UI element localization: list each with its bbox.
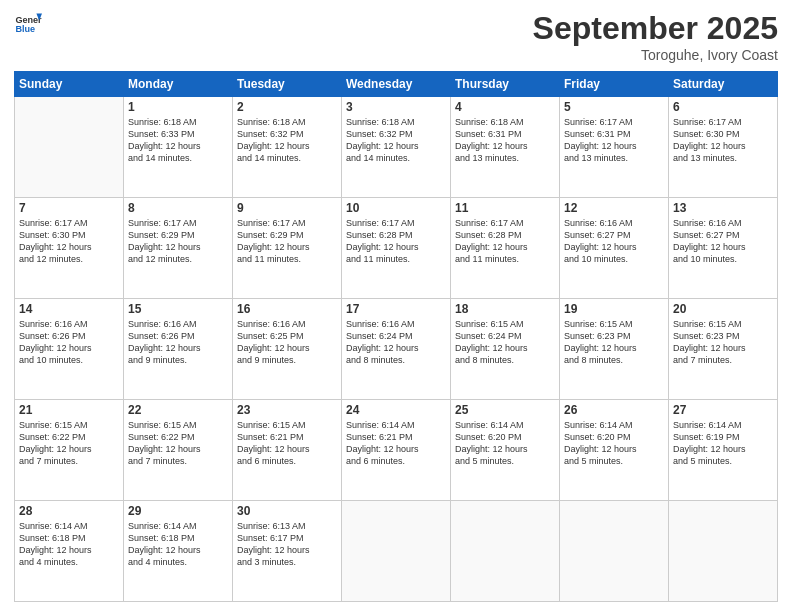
table-cell: 19Sunrise: 6:15 AM Sunset: 6:23 PM Dayli… — [560, 299, 669, 400]
header: General Blue September 2025 Toroguhe, Iv… — [14, 10, 778, 63]
day-info: Sunrise: 6:16 AM Sunset: 6:26 PM Dayligh… — [19, 318, 119, 367]
table-cell — [560, 501, 669, 602]
day-number: 14 — [19, 302, 119, 316]
day-number: 2 — [237, 100, 337, 114]
day-number: 8 — [128, 201, 228, 215]
table-cell: 17Sunrise: 6:16 AM Sunset: 6:24 PM Dayli… — [342, 299, 451, 400]
day-info: Sunrise: 6:15 AM Sunset: 6:21 PM Dayligh… — [237, 419, 337, 468]
table-cell — [451, 501, 560, 602]
logo-icon: General Blue — [14, 10, 42, 38]
day-number: 1 — [128, 100, 228, 114]
day-number: 20 — [673, 302, 773, 316]
day-number: 7 — [19, 201, 119, 215]
day-number: 19 — [564, 302, 664, 316]
day-info: Sunrise: 6:16 AM Sunset: 6:27 PM Dayligh… — [564, 217, 664, 266]
table-cell: 8Sunrise: 6:17 AM Sunset: 6:29 PM Daylig… — [124, 198, 233, 299]
table-cell: 21Sunrise: 6:15 AM Sunset: 6:22 PM Dayli… — [15, 400, 124, 501]
title-block: September 2025 Toroguhe, Ivory Coast — [533, 10, 778, 63]
table-cell: 24Sunrise: 6:14 AM Sunset: 6:21 PM Dayli… — [342, 400, 451, 501]
calendar-header-row: Sunday Monday Tuesday Wednesday Thursday… — [15, 72, 778, 97]
table-cell: 25Sunrise: 6:14 AM Sunset: 6:20 PM Dayli… — [451, 400, 560, 501]
day-number: 28 — [19, 504, 119, 518]
table-cell: 7Sunrise: 6:17 AM Sunset: 6:30 PM Daylig… — [15, 198, 124, 299]
day-info: Sunrise: 6:18 AM Sunset: 6:31 PM Dayligh… — [455, 116, 555, 165]
day-number: 15 — [128, 302, 228, 316]
day-number: 26 — [564, 403, 664, 417]
week-row-5: 28Sunrise: 6:14 AM Sunset: 6:18 PM Dayli… — [15, 501, 778, 602]
table-cell: 15Sunrise: 6:16 AM Sunset: 6:26 PM Dayli… — [124, 299, 233, 400]
day-number: 6 — [673, 100, 773, 114]
col-friday: Friday — [560, 72, 669, 97]
table-cell: 22Sunrise: 6:15 AM Sunset: 6:22 PM Dayli… — [124, 400, 233, 501]
col-sunday: Sunday — [15, 72, 124, 97]
day-info: Sunrise: 6:14 AM Sunset: 6:18 PM Dayligh… — [19, 520, 119, 569]
day-info: Sunrise: 6:16 AM Sunset: 6:25 PM Dayligh… — [237, 318, 337, 367]
table-cell: 6Sunrise: 6:17 AM Sunset: 6:30 PM Daylig… — [669, 97, 778, 198]
table-cell: 16Sunrise: 6:16 AM Sunset: 6:25 PM Dayli… — [233, 299, 342, 400]
day-info: Sunrise: 6:15 AM Sunset: 6:23 PM Dayligh… — [564, 318, 664, 367]
day-number: 13 — [673, 201, 773, 215]
table-cell: 29Sunrise: 6:14 AM Sunset: 6:18 PM Dayli… — [124, 501, 233, 602]
table-cell: 3Sunrise: 6:18 AM Sunset: 6:32 PM Daylig… — [342, 97, 451, 198]
table-cell: 11Sunrise: 6:17 AM Sunset: 6:28 PM Dayli… — [451, 198, 560, 299]
week-row-1: 1Sunrise: 6:18 AM Sunset: 6:33 PM Daylig… — [15, 97, 778, 198]
table-cell: 13Sunrise: 6:16 AM Sunset: 6:27 PM Dayli… — [669, 198, 778, 299]
day-info: Sunrise: 6:17 AM Sunset: 6:30 PM Dayligh… — [673, 116, 773, 165]
day-number: 22 — [128, 403, 228, 417]
table-cell: 30Sunrise: 6:13 AM Sunset: 6:17 PM Dayli… — [233, 501, 342, 602]
day-info: Sunrise: 6:18 AM Sunset: 6:32 PM Dayligh… — [237, 116, 337, 165]
day-number: 27 — [673, 403, 773, 417]
table-cell: 18Sunrise: 6:15 AM Sunset: 6:24 PM Dayli… — [451, 299, 560, 400]
week-row-3: 14Sunrise: 6:16 AM Sunset: 6:26 PM Dayli… — [15, 299, 778, 400]
day-number: 4 — [455, 100, 555, 114]
week-row-4: 21Sunrise: 6:15 AM Sunset: 6:22 PM Dayli… — [15, 400, 778, 501]
day-info: Sunrise: 6:16 AM Sunset: 6:24 PM Dayligh… — [346, 318, 446, 367]
table-cell: 27Sunrise: 6:14 AM Sunset: 6:19 PM Dayli… — [669, 400, 778, 501]
day-info: Sunrise: 6:14 AM Sunset: 6:20 PM Dayligh… — [455, 419, 555, 468]
day-info: Sunrise: 6:15 AM Sunset: 6:23 PM Dayligh… — [673, 318, 773, 367]
table-cell — [669, 501, 778, 602]
day-info: Sunrise: 6:18 AM Sunset: 6:32 PM Dayligh… — [346, 116, 446, 165]
day-info: Sunrise: 6:17 AM Sunset: 6:31 PM Dayligh… — [564, 116, 664, 165]
col-wednesday: Wednesday — [342, 72, 451, 97]
col-monday: Monday — [124, 72, 233, 97]
table-cell: 26Sunrise: 6:14 AM Sunset: 6:20 PM Dayli… — [560, 400, 669, 501]
day-info: Sunrise: 6:17 AM Sunset: 6:29 PM Dayligh… — [237, 217, 337, 266]
day-number: 10 — [346, 201, 446, 215]
table-cell: 12Sunrise: 6:16 AM Sunset: 6:27 PM Dayli… — [560, 198, 669, 299]
table-cell: 1Sunrise: 6:18 AM Sunset: 6:33 PM Daylig… — [124, 97, 233, 198]
day-info: Sunrise: 6:17 AM Sunset: 6:28 PM Dayligh… — [346, 217, 446, 266]
week-row-2: 7Sunrise: 6:17 AM Sunset: 6:30 PM Daylig… — [15, 198, 778, 299]
table-cell: 14Sunrise: 6:16 AM Sunset: 6:26 PM Dayli… — [15, 299, 124, 400]
day-info: Sunrise: 6:17 AM Sunset: 6:29 PM Dayligh… — [128, 217, 228, 266]
day-info: Sunrise: 6:14 AM Sunset: 6:21 PM Dayligh… — [346, 419, 446, 468]
day-info: Sunrise: 6:15 AM Sunset: 6:24 PM Dayligh… — [455, 318, 555, 367]
day-number: 18 — [455, 302, 555, 316]
day-info: Sunrise: 6:15 AM Sunset: 6:22 PM Dayligh… — [128, 419, 228, 468]
logo: General Blue — [14, 10, 42, 38]
page: General Blue September 2025 Toroguhe, Iv… — [0, 0, 792, 612]
table-cell — [342, 501, 451, 602]
table-cell — [15, 97, 124, 198]
table-cell: 9Sunrise: 6:17 AM Sunset: 6:29 PM Daylig… — [233, 198, 342, 299]
day-number: 5 — [564, 100, 664, 114]
calendar-table: Sunday Monday Tuesday Wednesday Thursday… — [14, 71, 778, 602]
day-number: 11 — [455, 201, 555, 215]
day-number: 30 — [237, 504, 337, 518]
day-number: 17 — [346, 302, 446, 316]
day-number: 3 — [346, 100, 446, 114]
day-info: Sunrise: 6:17 AM Sunset: 6:28 PM Dayligh… — [455, 217, 555, 266]
day-info: Sunrise: 6:18 AM Sunset: 6:33 PM Dayligh… — [128, 116, 228, 165]
day-number: 29 — [128, 504, 228, 518]
day-info: Sunrise: 6:15 AM Sunset: 6:22 PM Dayligh… — [19, 419, 119, 468]
table-cell: 23Sunrise: 6:15 AM Sunset: 6:21 PM Dayli… — [233, 400, 342, 501]
month-title: September 2025 — [533, 10, 778, 47]
day-number: 9 — [237, 201, 337, 215]
day-number: 12 — [564, 201, 664, 215]
col-thursday: Thursday — [451, 72, 560, 97]
table-cell: 2Sunrise: 6:18 AM Sunset: 6:32 PM Daylig… — [233, 97, 342, 198]
day-info: Sunrise: 6:14 AM Sunset: 6:20 PM Dayligh… — [564, 419, 664, 468]
day-number: 16 — [237, 302, 337, 316]
table-cell: 20Sunrise: 6:15 AM Sunset: 6:23 PM Dayli… — [669, 299, 778, 400]
day-info: Sunrise: 6:14 AM Sunset: 6:18 PM Dayligh… — [128, 520, 228, 569]
